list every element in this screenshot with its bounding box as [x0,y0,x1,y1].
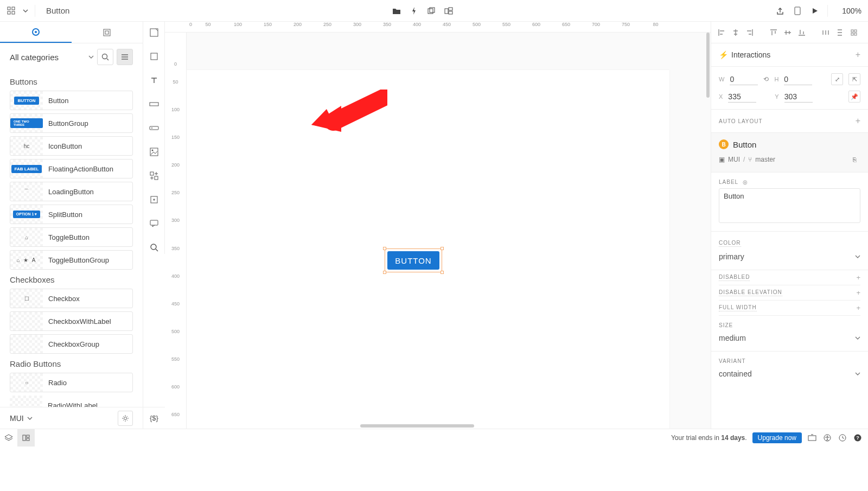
lock-aspect-button[interactable]: ⇱ [848,73,860,85]
status-bar: Your trial ends in 14 days. Upgrade now … [0,429,868,446]
accessibility-icon[interactable] [822,433,832,443]
disabled-toggle-button[interactable]: + [856,273,860,282]
color-select[interactable]: primary [719,250,860,263]
search-tool-icon[interactable] [148,241,161,254]
x-input[interactable] [728,91,756,103]
variant-select[interactable]: contained [719,367,860,380]
svg-rect-7 [449,8,452,10]
list-view-button[interactable] [117,49,133,65]
component-item-radiowithlabel[interactable]: RadioWithLabel [10,396,133,407]
align-top-icon[interactable] [769,28,778,37]
group-title: Radio Buttons [10,359,133,368]
align-left-icon[interactable] [717,28,726,37]
upgrade-button[interactable]: Upgrade now [752,432,802,443]
left-panel: All categories Buttons BUTTONButton ONE … [0,22,143,429]
component-item-togglebuttongroup[interactable]: ⌂ ★ AToggleButtonGroup [10,250,133,270]
text-tool-icon[interactable] [148,74,161,87]
image-tool-icon[interactable] [148,145,161,158]
group-title: Checkboxes [10,275,133,284]
group-title: Buttons [10,77,133,86]
copy-icon[interactable] [426,6,436,16]
canvas[interactable]: 0 50 100 150 200 250 300 350 400 450 500… [165,22,711,429]
library-settings-button[interactable] [118,411,133,426]
component-item-buttongroup[interactable]: ONE TWO THREEButtonGroup [10,113,133,133]
handoff-icon[interactable] [807,433,817,443]
trial-text: Your trial ends in 14 days. [671,434,747,442]
component-item-fab[interactable]: FAB LABELFloatingActionButton [10,159,133,178]
zoom-level[interactable]: 100% [842,7,861,15]
dist-h-icon[interactable] [821,28,831,37]
svg-point-14 [103,54,107,59]
chevron-down-icon[interactable] [21,6,30,16]
library-panel-toggle[interactable] [17,429,35,447]
device-icon[interactable] [793,6,802,16]
search-button[interactable] [97,49,113,65]
layers-panel-toggle[interactable] [0,429,17,447]
component-item-togglebutton[interactable]: ⌂ToggleButton [10,227,133,247]
svg-rect-35 [808,436,816,441]
full-width-toggle-button[interactable]: + [856,304,860,312]
button-tool-icon[interactable] [148,122,161,135]
dist-v-icon[interactable] [835,28,845,37]
align-hcenter-icon[interactable] [731,28,741,37]
branch-icon: ⑂ [748,156,752,163]
tab-components[interactable] [0,22,72,43]
disable-elevation-toggle-button[interactable]: + [856,289,860,297]
canvas-button-element[interactable]: BUTTON [387,251,439,270]
tab-layers[interactable] [72,22,143,43]
component-item-checkboxgroup[interactable]: CheckboxGroup [10,334,133,354]
help-icon[interactable]: ? [853,433,863,443]
component-item-button[interactable]: BUTTONButton [10,91,133,110]
height-input[interactable] [784,74,812,85]
comment-tool-icon[interactable] [148,217,161,230]
component-item-checkboxwithlabel[interactable]: CheckboxWithLabel [10,311,133,331]
open-external-icon[interactable]: ⎘ [848,154,860,165]
component-item-loadingbutton[interactable]: ⌒LoadingButton [10,182,133,201]
bolt-icon[interactable] [409,6,419,16]
share-icon[interactable] [775,6,785,16]
resize-mode-button[interactable]: ⤢ [831,73,843,85]
width-input[interactable] [730,74,758,85]
input-tool-icon[interactable] [148,98,161,111]
ruler-horizontal: 0 50 100 150 200 250 300 350 400 450 500… [165,22,711,33]
play-icon[interactable] [810,6,820,16]
align-bottom-icon[interactable] [797,28,807,37]
canvas-h-scrollbar[interactable] [360,424,474,428]
label-textarea[interactable] [719,188,860,223]
component-header-section: B Button ▣ MUI / ⑂ master ⎘ [711,133,868,173]
canvas-v-scrollbar[interactable] [706,33,710,98]
folder-icon[interactable] [392,6,401,16]
code-vars-button[interactable]: {$} [143,407,165,429]
component-variants-icon[interactable] [444,6,454,16]
svg-rect-3 [12,11,15,14]
grid-menu-icon[interactable] [7,6,16,16]
component-item-iconbutton[interactable]: hcIconButton [10,136,133,156]
auto-layout-section: AUTO LAYOUT+ [711,110,868,133]
rectangle-tool-icon[interactable] [148,50,161,63]
add-interaction-button[interactable]: + [856,50,860,60]
add-autolayout-button[interactable]: + [856,116,860,126]
y-input[interactable] [784,91,813,103]
component-tool-icon[interactable] [148,169,161,182]
target-icon[interactable]: ◎ [743,179,748,185]
link-wh-icon[interactable]: ⟲ [763,75,769,83]
svg-rect-8 [449,11,452,14]
history-icon[interactable] [838,433,847,443]
category-dropdown[interactable]: All categories [10,53,94,62]
size-select[interactable]: medium [719,331,860,345]
dimensions-section: W ⟲ H ⤢ ⇱ X Y 📌 [711,67,868,110]
svg-point-27 [151,244,156,250]
align-vcenter-icon[interactable] [783,28,793,37]
right-panel: ⚡Interactions+ W ⟲ H ⤢ ⇱ X Y 📌 [711,22,868,429]
svg-point-15 [124,417,127,419]
library-switcher[interactable]: MUI [10,414,33,423]
tidy-icon[interactable] [849,28,859,37]
component-item-splitbutton[interactable]: OPTION 1 ▾SplitButton [10,205,133,224]
pin-button[interactable]: 📌 [848,91,860,103]
slot-tool-icon[interactable] [148,193,161,206]
align-right-icon[interactable] [745,28,755,37]
component-item-checkbox[interactable]: ☐Checkbox [10,289,133,308]
component-item-radio[interactable]: ○Radio [10,373,133,392]
frame-tool-icon[interactable] [148,26,161,39]
tool-strip [143,22,165,254]
